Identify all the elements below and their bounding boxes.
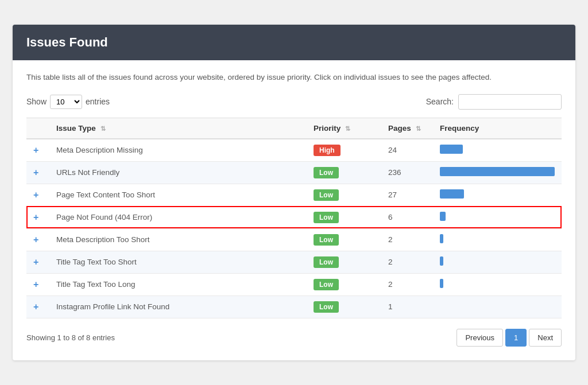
priority-cell: Low (307, 295, 381, 318)
frequency-cell (433, 161, 562, 184)
frequency-bar (440, 145, 463, 154)
priority-badge: Low (314, 234, 339, 246)
issue-type-cell: Page Text Content Too Short (49, 184, 307, 206)
expand-button[interactable]: + (33, 257, 38, 267)
frequency-bar (440, 212, 446, 221)
expand-button[interactable]: + (33, 145, 38, 155)
expand-button[interactable]: + (33, 235, 38, 244)
frequency-cell (433, 228, 562, 251)
col-expand (26, 118, 49, 139)
table-row[interactable]: +Meta Description Too ShortLow2 (26, 228, 562, 251)
frequency-bar (440, 234, 443, 243)
search-input[interactable] (458, 94, 562, 110)
frequency-cell (433, 251, 562, 273)
frequency-cell (433, 184, 562, 206)
priority-badge: Low (314, 301, 339, 313)
pagination: Previous 1 Next (457, 329, 562, 347)
col-issue-type[interactable]: Issue Type ⇅ (49, 118, 307, 139)
table-row[interactable]: +Title Tag Text Too LongLow2 (26, 273, 562, 295)
sort-icon-priority: ⇅ (345, 125, 350, 133)
table-row[interactable]: +Instagram Profile Link Not FoundLow1 (26, 295, 562, 318)
previous-button[interactable]: Previous (457, 329, 503, 347)
frequency-cell (433, 295, 562, 318)
sort-icon-issue: ⇅ (100, 125, 106, 133)
frequency-bar (440, 279, 443, 288)
issue-type-cell: URLs Not Friendly (49, 161, 307, 184)
issue-type-cell: Title Tag Text Too Long (49, 273, 307, 295)
col-pages[interactable]: Pages ⇅ (381, 118, 433, 139)
issue-type-cell: Page Not Found (404 Error) (49, 206, 307, 228)
priority-cell: Low (307, 228, 381, 251)
entries-label: entries (86, 97, 110, 106)
expand-cell: + (26, 206, 49, 228)
expand-button[interactable]: + (33, 279, 38, 289)
issues-table: Issue Type ⇅ Priority ⇅ Pages ⇅ Frequenc… (26, 118, 562, 318)
frequency-bar (440, 167, 555, 176)
next-button[interactable]: Next (529, 329, 562, 347)
expand-cell: + (26, 184, 49, 206)
expand-button[interactable]: + (33, 190, 38, 200)
expand-cell: + (26, 161, 49, 184)
expand-button[interactable]: + (33, 168, 38, 177)
showing-text: Showing 1 to 8 of 8 entries (26, 333, 115, 342)
priority-cell: Low (307, 161, 381, 184)
priority-badge: Low (314, 212, 339, 223)
pages-cell: 2 (381, 273, 433, 295)
issue-type-cell: Title Tag Text Too Short (49, 251, 307, 273)
pages-cell: 6 (381, 206, 433, 228)
priority-cell: Low (307, 273, 381, 295)
page-title: Issues Found (26, 35, 108, 49)
frequency-bar (440, 256, 443, 266)
expand-cell: + (26, 139, 49, 162)
expand-cell: + (26, 228, 49, 251)
table-row[interactable]: +Meta Description MissingHigh24 (26, 139, 562, 162)
priority-badge: Low (314, 256, 339, 268)
priority-cell: Low (307, 206, 381, 228)
table-row[interactable]: +URLs Not FriendlyLow236 (26, 161, 562, 184)
priority-cell: High (307, 139, 381, 162)
table-controls: Show 10 25 50 100 entries Search: (26, 94, 562, 110)
main-container: Issues Found This table lists all of the… (13, 25, 575, 360)
priority-badge: Low (314, 189, 339, 201)
priority-cell: Low (307, 184, 381, 206)
expand-cell: + (26, 251, 49, 273)
table-row[interactable]: +Page Text Content Too ShortLow27 (26, 184, 562, 206)
pages-cell: 236 (381, 161, 433, 184)
frequency-cell (433, 273, 562, 295)
description-text: This table lists all of the issues found… (26, 72, 562, 83)
pages-cell: 2 (381, 228, 433, 251)
expand-button[interactable]: + (33, 212, 38, 222)
issue-type-cell: Meta Description Too Short (49, 228, 307, 251)
issue-type-cell: Instagram Profile Link Not Found (49, 295, 307, 318)
priority-badge: Low (314, 279, 339, 290)
table-body: +Meta Description MissingHigh24+URLs Not… (26, 139, 562, 318)
priority-badge: Low (314, 167, 339, 178)
search-container: Search: (426, 94, 562, 110)
issue-type-cell: Meta Description Missing (49, 139, 307, 162)
page-header: Issues Found (13, 25, 575, 60)
frequency-cell (433, 206, 562, 228)
sort-icon-pages: ⇅ (416, 125, 421, 133)
frequency-cell (433, 139, 562, 162)
col-priority[interactable]: Priority ⇅ (307, 118, 381, 139)
pages-cell: 2 (381, 251, 433, 273)
col-frequency: Frequency (433, 118, 562, 139)
table-row[interactable]: +Title Tag Text Too ShortLow2 (26, 251, 562, 273)
search-label: Search: (426, 97, 454, 106)
table-header: Issue Type ⇅ Priority ⇅ Pages ⇅ Frequenc… (26, 118, 562, 139)
expand-cell: + (26, 295, 49, 318)
content-area: This table lists all of the issues found… (13, 60, 575, 360)
pages-cell: 27 (381, 184, 433, 206)
priority-badge: High (314, 145, 341, 156)
footer-row: Showing 1 to 8 of 8 entries Previous 1 N… (26, 329, 562, 347)
page-1-button[interactable]: 1 (505, 329, 527, 347)
pages-cell: 1 (381, 295, 433, 318)
expand-button[interactable]: + (33, 302, 38, 312)
show-label: Show (26, 97, 47, 106)
show-entries-control: Show 10 25 50 100 entries (26, 95, 110, 109)
expand-cell: + (26, 273, 49, 295)
priority-cell: Low (307, 251, 381, 273)
entries-select[interactable]: 10 25 50 100 (50, 95, 82, 109)
table-row[interactable]: +Page Not Found (404 Error)Low6 (26, 206, 562, 228)
pages-cell: 24 (381, 139, 433, 162)
